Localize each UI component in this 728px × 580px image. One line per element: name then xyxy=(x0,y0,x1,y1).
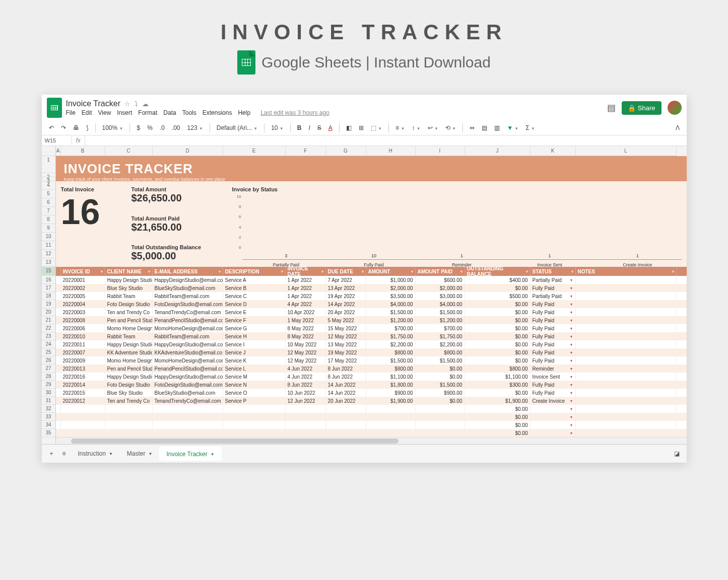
cell-out[interactable]: $0.00 xyxy=(465,348,531,356)
cell-due[interactable]: 14 Apr 2022 xyxy=(326,300,366,308)
cell-paid[interactable]: $1,500.00 xyxy=(416,356,465,365)
cell-id[interactable]: 20220004 xyxy=(61,300,105,308)
header-amount-paid[interactable]: AMOUNT PAID▾ xyxy=(416,267,465,276)
cell-inv[interactable]: 4 Apr 2022 xyxy=(286,300,326,308)
cell-due[interactable]: 19 May 2022 xyxy=(326,348,366,356)
cell-email[interactable]: HappyDesignStudio@email.com xyxy=(153,373,223,381)
col-C[interactable]: C xyxy=(105,146,153,156)
col-B[interactable]: B xyxy=(61,146,105,156)
row-19[interactable]: 19 xyxy=(42,300,55,308)
col-K[interactable]: K xyxy=(531,146,576,156)
cell-id[interactable]: 20220005 xyxy=(61,292,105,300)
filter-icon[interactable]: ▼ ▼ xyxy=(505,123,520,133)
cloud-icon[interactable]: ☁ xyxy=(142,100,149,108)
cell-amt[interactable]: $4,000.00 xyxy=(366,300,416,308)
cell-email[interactable]: HappyDesignStudio@email.com xyxy=(153,340,223,348)
cell-due[interactable]: 8 Jun 2022 xyxy=(326,365,366,373)
cell-amt[interactable]: $1,200.00 xyxy=(366,316,416,324)
all-sheets-icon[interactable]: ≡ xyxy=(59,448,69,459)
row-6[interactable]: 6 xyxy=(42,198,55,207)
cell-inv[interactable]: 8 May 2022 xyxy=(286,332,326,340)
cell-email[interactable]: FotoDesignStudio@email.com xyxy=(153,300,223,308)
cell-due[interactable]: 14 Jun 2022 xyxy=(326,381,366,389)
row-26[interactable]: 26 xyxy=(42,356,55,365)
row-32[interactable]: 32 xyxy=(42,405,55,413)
cell-status[interactable]: Fully Paid▼ xyxy=(531,340,576,348)
cell-id[interactable]: 20220015 xyxy=(61,389,105,397)
cell-inv[interactable]: 1 Apr 2022 xyxy=(286,284,326,292)
cell-status[interactable]: Partially Paid▼ xyxy=(531,276,576,284)
comments-icon[interactable]: ▤ xyxy=(607,102,616,113)
cell-inv[interactable]: 12 May 2022 xyxy=(286,348,326,356)
cell-email[interactable]: RabbitTeam@email.com xyxy=(153,332,223,340)
menu-file[interactable]: File xyxy=(66,109,76,116)
cell-paid[interactable]: $1,500.00 xyxy=(416,381,465,389)
bold-icon[interactable]: B xyxy=(295,123,304,133)
cell-id[interactable]: 20220013 xyxy=(61,365,105,373)
functions-icon[interactable]: Σ ▼ xyxy=(523,123,537,133)
cell-out[interactable]: $800.00 xyxy=(465,365,531,373)
row-11[interactable]: 11 xyxy=(42,241,55,250)
row-29[interactable]: 29 xyxy=(42,381,55,389)
cell-client[interactable]: Happy Design Studio xyxy=(105,340,153,348)
merge-icon[interactable]: ⬚ ▼ xyxy=(369,123,384,133)
cell-desc[interactable]: Service J xyxy=(223,348,286,356)
header-e-mail-address[interactable]: E-MAIL ADDRESS▾ xyxy=(153,267,223,276)
table-row[interactable]: 20220004Foto Design StudioFotoDesignStud… xyxy=(56,300,687,308)
cell-desc[interactable]: Service I xyxy=(223,340,286,348)
cell-email[interactable]: KKAdventureStudio@email.com xyxy=(153,348,223,356)
cell-paid[interactable]: $600.00 xyxy=(416,276,465,284)
cell-due[interactable]: 7 Apr 2022 xyxy=(326,276,366,284)
table-row[interactable]: 20220006Momo Home DesignMomoHomeDesign@e… xyxy=(56,324,687,332)
star-icon[interactable]: ☆ xyxy=(124,100,130,108)
cell-due[interactable]: 15 May 2022 xyxy=(326,324,366,332)
cell-client[interactable]: Ten and Trendy Co xyxy=(105,308,153,316)
cell-status[interactable]: Partially Paid▼ xyxy=(531,292,576,300)
cell-client[interactable]: Foto Design Studio xyxy=(105,381,153,389)
tab-instruction[interactable]: Instruction▼ xyxy=(71,447,120,461)
col-D[interactable]: D xyxy=(153,146,223,156)
share-button[interactable]: 🔒Share xyxy=(622,101,661,115)
cell-desc[interactable]: Service B xyxy=(223,284,286,292)
row-21[interactable]: 21 xyxy=(42,316,55,324)
cell-due[interactable]: 5 May 2022 xyxy=(326,316,366,324)
cell-id[interactable]: 20220014 xyxy=(61,381,105,389)
header-invoice-id[interactable]: INVOICE ID▾ xyxy=(61,267,105,276)
font-size[interactable]: 10 ▼ xyxy=(269,123,286,133)
table-row[interactable]: 20220003Ten and Trendy CoTenandTrendyCo@… xyxy=(56,308,687,316)
table-row[interactable]: 20220014Foto Design StudioFotoDesignStud… xyxy=(56,381,687,389)
row-28[interactable]: 28 xyxy=(42,373,55,381)
row-15[interactable]: 15 xyxy=(42,267,55,276)
table-row[interactable]: 20220005Rabbit TeamRabbitTeam@email.comS… xyxy=(56,292,687,300)
cell-email[interactable]: FotoDesignStudio@email.com xyxy=(153,381,223,389)
cell-out[interactable]: $0.00 xyxy=(465,356,531,365)
cell-inv[interactable]: 1 Apr 2022 xyxy=(286,276,326,284)
menu-format[interactable]: Format xyxy=(138,109,157,116)
cell-amt[interactable]: $2,200.00 xyxy=(366,340,416,348)
cell-email[interactable]: MomoHomeDesign@email.com xyxy=(153,356,223,365)
cell-inv[interactable]: 8 Jun 2022 xyxy=(286,381,326,389)
cell-due[interactable]: 19 Apr 2022 xyxy=(326,292,366,300)
cell-desc[interactable]: Service G xyxy=(223,324,286,332)
cell-status[interactable]: Fully Paid▼ xyxy=(531,316,576,324)
paint-format-icon[interactable]: ⟆ xyxy=(84,123,91,133)
cell-desc[interactable]: Service F xyxy=(223,316,286,324)
text-color-icon[interactable]: A xyxy=(326,123,335,133)
cell-client[interactable]: Foto Design Studio xyxy=(105,300,153,308)
header-due-date[interactable]: DUE DATE▾ xyxy=(326,267,366,276)
cell-inv[interactable]: 4 Jun 2022 xyxy=(286,365,326,373)
doc-title[interactable]: Invoice Tracker xyxy=(66,99,120,108)
cell-due[interactable]: 13 May 2022 xyxy=(326,340,366,348)
cell-amt[interactable]: $1,500.00 xyxy=(366,308,416,316)
cell-inv[interactable]: 1 May 2022 xyxy=(286,316,326,324)
cell-client[interactable]: KK Adventure Studio xyxy=(105,348,153,356)
cell-due[interactable]: 12 May 2022 xyxy=(326,332,366,340)
col-F[interactable]: F xyxy=(286,146,326,156)
cell-out[interactable]: $0.00 xyxy=(465,308,531,316)
cell-amt[interactable]: $1,500.00 xyxy=(366,356,416,365)
row-5[interactable]: 5 xyxy=(42,190,55,198)
tab-master[interactable]: Master▼ xyxy=(120,447,160,461)
cell-paid[interactable]: $700.00 xyxy=(416,324,465,332)
col-L[interactable]: L xyxy=(576,146,677,156)
cell-desc[interactable]: Service N xyxy=(223,381,286,389)
